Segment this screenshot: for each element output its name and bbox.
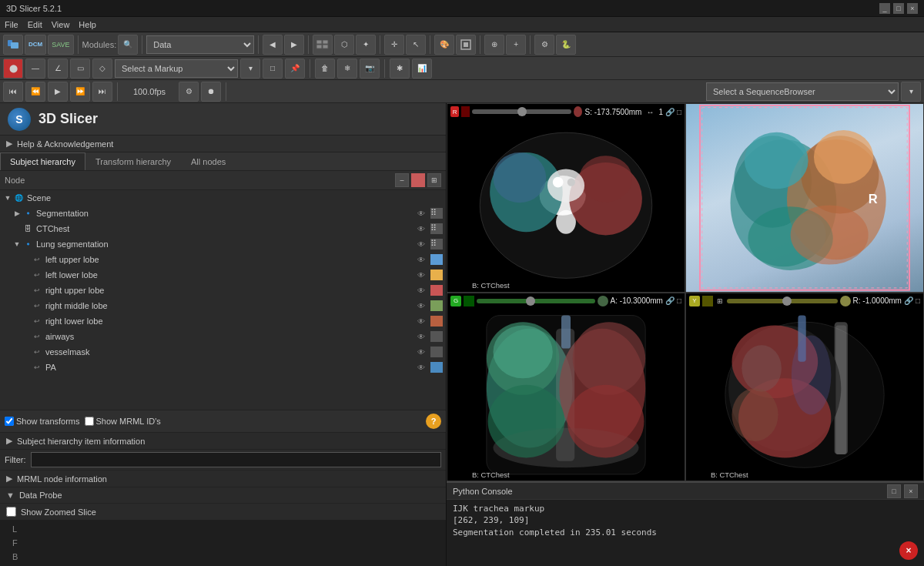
menu-edit[interactable]: Edit bbox=[28, 20, 42, 29]
tree-area[interactable]: ▼ 🌐 Scene ▶ 🔹 Segmentation 👁 ⠿ 🗄 bbox=[0, 190, 446, 410]
axial-lock-icon[interactable] bbox=[461, 106, 470, 117]
sphere-button[interactable]: ⬡ bbox=[334, 35, 354, 55]
sagittal-slice-slider[interactable] bbox=[727, 299, 838, 303]
viewer-sagittal[interactable]: Y ⊞ R: -1.0000mm 🔗 □ bbox=[685, 293, 924, 482]
tree-row-right-upper[interactable]: ↩ right upper lobe 👁 bbox=[0, 283, 446, 298]
left-lower-eye-icon[interactable]: 👁 bbox=[415, 270, 427, 280]
right-middle-eye-icon[interactable]: 👁 bbox=[415, 300, 427, 311]
tree-row-lung-seg[interactable]: ▼ 🔹 Lung segmentation 👁 ⠿ bbox=[0, 236, 446, 252]
close-window-button[interactable]: × bbox=[907, 3, 918, 14]
tree-row-ctchest[interactable]: 🗄 CTChest 👁 ⠿ bbox=[0, 221, 446, 236]
sequence-browser-select[interactable]: Select a SequenceBrowser bbox=[706, 82, 899, 101]
menu-help[interactable]: Help bbox=[79, 20, 96, 29]
app-close-button[interactable]: × bbox=[899, 541, 918, 560]
tree-row-left-lower[interactable]: ↩ left lower lobe 👁 bbox=[0, 267, 446, 283]
tree-row-airways[interactable]: ↩ airways 👁 bbox=[0, 329, 446, 344]
markup-pin-button[interactable]: 📌 bbox=[285, 59, 305, 79]
sequence-dropdown-button[interactable]: ▾ bbox=[901, 82, 921, 102]
play-button[interactable]: ▶ bbox=[48, 82, 68, 102]
show-transforms-checkbox[interactable] bbox=[5, 417, 14, 426]
markup-select[interactable]: Select a Markup bbox=[115, 59, 238, 78]
crosshair-button[interactable]: ✛ bbox=[384, 35, 404, 55]
coronal-lock-icon[interactable] bbox=[464, 296, 474, 306]
dcm-button[interactable]: DCM bbox=[25, 35, 46, 55]
tree-row-left-upper[interactable]: ↩ left upper lobe 👁 bbox=[0, 252, 446, 267]
prev-frame-button[interactable]: ⏪ bbox=[25, 82, 45, 102]
viewer-coronal[interactable]: G A: -10.3000mm 🔗 □ bbox=[447, 293, 685, 482]
grid-view-button[interactable]: ⊞ bbox=[427, 173, 441, 187]
pa-eye-icon[interactable]: 👁 bbox=[415, 362, 427, 373]
seg-eye-icon[interactable]: 👁 bbox=[415, 208, 427, 219]
tree-row-pa[interactable]: ↩ PA 👁 bbox=[0, 360, 446, 375]
markup-roi-button[interactable]: ▭ bbox=[70, 59, 90, 79]
tree-row-vesselmask[interactable]: ↩ vesselmask 👁 bbox=[0, 344, 446, 360]
show-transforms-label[interactable]: Show transforms bbox=[5, 417, 80, 426]
minimize-button[interactable]: _ bbox=[879, 3, 890, 14]
help-button[interactable]: ? bbox=[426, 414, 441, 429]
markup-asterisk-button[interactable]: ✱ bbox=[390, 59, 410, 79]
tree-row-right-lower[interactable]: ↩ right lower lobe 👁 bbox=[0, 313, 446, 329]
markup-delete-button[interactable]: 🗑 bbox=[315, 59, 335, 79]
markup-snapshot-button[interactable]: 📷 bbox=[360, 59, 380, 79]
filter-input[interactable] bbox=[31, 452, 442, 467]
markup-freeze-button[interactable]: ❄ bbox=[337, 59, 357, 79]
tree-row-scene[interactable]: ▼ 🌐 Scene bbox=[0, 190, 446, 206]
star-button[interactable]: ✦ bbox=[356, 35, 376, 55]
color-swatch-button[interactable] bbox=[411, 173, 425, 187]
fps-settings-button[interactable]: ⚙ bbox=[179, 82, 199, 102]
python-close-button[interactable]: × bbox=[904, 484, 918, 498]
python-expand-button[interactable]: □ bbox=[887, 484, 901, 498]
sagittal-lock-icon[interactable] bbox=[702, 296, 713, 306]
skip-start-button[interactable]: ⏮ bbox=[3, 82, 23, 102]
show-mrml-label[interactable]: Show MRML ID's bbox=[85, 417, 161, 426]
module-select[interactable]: Data bbox=[146, 35, 254, 54]
nav-back-button[interactable]: ◀ bbox=[263, 35, 283, 55]
layout-button[interactable] bbox=[313, 35, 333, 55]
markup-view-button[interactable]: □ bbox=[263, 59, 283, 79]
data-probe-section[interactable]: ▼ Data Probe bbox=[0, 487, 446, 503]
menu-file[interactable]: File bbox=[5, 20, 18, 29]
zoomed-slice-checkbox[interactable] bbox=[6, 507, 16, 517]
skip-end-button[interactable]: ⏭ bbox=[92, 82, 112, 102]
axial-slice-slider[interactable] bbox=[472, 109, 571, 114]
mouse-button[interactable]: ↖ bbox=[406, 35, 426, 55]
ctchest-eye-icon[interactable]: 👁 bbox=[415, 223, 427, 234]
subject-info-section[interactable]: ▶ Subject hierarchy item information bbox=[0, 432, 446, 449]
roi-button[interactable] bbox=[456, 35, 476, 55]
tab-subject-hierarchy[interactable]: Subject hierarchy bbox=[0, 152, 85, 170]
help-bar[interactable]: ▶ Help & Acknowledgement bbox=[0, 136, 446, 152]
3d-settings-button[interactable]: ⚙ bbox=[534, 35, 554, 55]
collapse-all-button[interactable]: – bbox=[395, 173, 409, 187]
right-lower-eye-icon[interactable]: 👁 bbox=[415, 316, 427, 327]
palette-button[interactable]: 🎨 bbox=[434, 35, 454, 55]
plus-button[interactable]: + bbox=[506, 35, 526, 55]
nav-forward-button[interactable]: ▶ bbox=[284, 35, 304, 55]
show-mrml-checkbox[interactable] bbox=[85, 417, 94, 426]
vesselmask-eye-icon[interactable]: 👁 bbox=[415, 347, 427, 357]
mrml-section[interactable]: ▶ MRML node information bbox=[0, 470, 446, 487]
maximize-button[interactable]: □ bbox=[893, 3, 904, 14]
markup-graph-button[interactable]: 📊 bbox=[412, 59, 432, 79]
markup-angle-button[interactable]: ∠ bbox=[48, 59, 68, 79]
markup-dropdown-button[interactable]: ▾ bbox=[240, 59, 260, 79]
save-button[interactable]: SAVE bbox=[48, 35, 73, 55]
menu-view[interactable]: View bbox=[52, 20, 70, 29]
next-frame-button[interactable]: ⏩ bbox=[70, 82, 90, 102]
crosshair2-button[interactable]: ⊕ bbox=[484, 35, 504, 55]
tree-row-right-middle[interactable]: ↩ right middle lobe 👁 bbox=[0, 298, 446, 313]
left-upper-eye-icon[interactable]: 👁 bbox=[415, 254, 427, 265]
load-button[interactable] bbox=[3, 35, 23, 55]
airways-eye-icon[interactable]: 👁 bbox=[415, 331, 427, 342]
python-button[interactable]: 🐍 bbox=[556, 35, 576, 55]
tab-transform-hierarchy[interactable]: Transform hierarchy bbox=[85, 152, 181, 170]
record-button[interactable]: ⏺ bbox=[201, 82, 221, 102]
viewer-axial[interactable]: R S: -173.7500mm ↔ 1 🔗 □ bbox=[447, 103, 685, 293]
coronal-slice-slider[interactable] bbox=[477, 299, 595, 303]
viewer-3d[interactable]: R bbox=[685, 103, 924, 293]
right-upper-eye-icon[interactable]: 👁 bbox=[415, 285, 427, 296]
tab-all-nodes[interactable]: All nodes bbox=[181, 152, 236, 170]
search-modules-button[interactable]: 🔍 bbox=[118, 35, 138, 55]
markup-line-button[interactable]: — bbox=[25, 59, 45, 79]
lung-seg-eye-icon[interactable]: 👁 bbox=[415, 239, 427, 250]
markup-plane-button[interactable]: ◇ bbox=[92, 59, 112, 79]
